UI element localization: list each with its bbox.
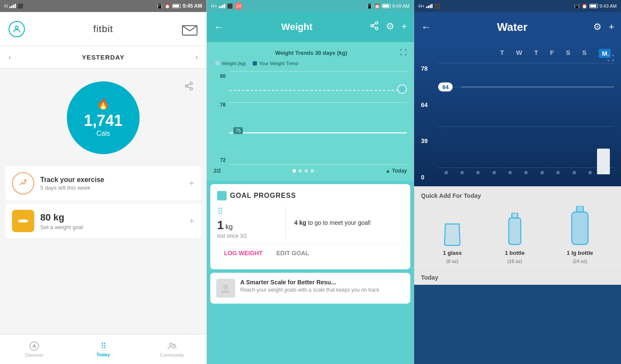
day-t1[interactable]: T bbox=[500, 49, 504, 58]
expand-chart-icon[interactable]: ⛶ bbox=[400, 49, 407, 57]
settings-button-weight[interactable]: ⚙ bbox=[386, 21, 394, 33]
add-exercise-button[interactable]: + bbox=[189, 178, 194, 189]
weight-value: 80 kg bbox=[40, 212, 183, 223]
nav-community[interactable]: Community bbox=[137, 341, 206, 358]
glass-vessel bbox=[442, 221, 463, 247]
article-content: A Smarter Scale for Better Resu... Reach… bbox=[240, 279, 379, 293]
water-gridline-top bbox=[438, 63, 614, 63]
back-button-water[interactable]: ← bbox=[421, 21, 431, 33]
water-plot-area: ⛶ 64 bbox=[438, 63, 614, 183]
chart-legend: Weight (kg) Your Weight Trend bbox=[214, 61, 407, 66]
chart-bottom-bar: 2/2 ▲ Today bbox=[214, 165, 407, 174]
gridline-bot bbox=[229, 164, 407, 165]
lg-bottle-sub: (24 oz) bbox=[573, 259, 587, 264]
water-slider-thumb[interactable]: 64 bbox=[438, 83, 453, 92]
add-button-water[interactable]: + bbox=[609, 21, 614, 33]
water-baseline-dots bbox=[438, 171, 614, 174]
header-fitbit: fitbit bbox=[0, 12, 206, 46]
y-label-76: 76 bbox=[214, 102, 226, 108]
baseline-dot-7 bbox=[540, 171, 544, 174]
baseline-dot-1 bbox=[445, 171, 448, 174]
community-icon bbox=[167, 341, 177, 351]
day-t2[interactable]: T bbox=[534, 49, 538, 58]
y-label-72: 72 bbox=[214, 157, 226, 163]
status3-time: 9:43 AM bbox=[600, 3, 617, 9]
water-gridline-2 bbox=[438, 126, 614, 127]
day-s1[interactable]: S bbox=[566, 49, 570, 58]
alarm-icon: ⏰ bbox=[164, 3, 170, 9]
bottle-label: 1 bottle bbox=[505, 250, 525, 256]
svg-rect-25 bbox=[572, 212, 588, 245]
gridline-mid2 bbox=[229, 133, 407, 134]
article-thumbnail bbox=[216, 279, 235, 298]
svg-point-16 bbox=[371, 24, 373, 27]
add-bottle-button[interactable]: 1 bottle (16 oz) bbox=[505, 213, 525, 264]
chart-dot-3[interactable] bbox=[305, 169, 308, 173]
chart-plot-area: 75 bbox=[229, 71, 407, 165]
svg-rect-10 bbox=[26, 220, 28, 222]
nav-today[interactable]: ⠿ Today bbox=[69, 341, 138, 357]
prev-date-button[interactable]: ‹ bbox=[9, 53, 11, 62]
alarm3-icon: ⏰ bbox=[582, 3, 588, 9]
panel-water: H+ ⬛ 📳 ⏰ 9:43 AM ← Water ⚙ + T W bbox=[414, 0, 621, 364]
goal-lost-value: 1 kg bbox=[217, 218, 277, 232]
goal-lost-since: lost since 3/2 bbox=[217, 233, 277, 239]
share-icon[interactable] bbox=[184, 81, 194, 93]
date-label: YESTERDAY bbox=[82, 54, 124, 61]
chart-end-label: Today bbox=[392, 168, 407, 174]
day-f[interactable]: F bbox=[550, 49, 554, 58]
bottle-icon bbox=[506, 213, 523, 247]
settings-button-water[interactable]: ⚙ bbox=[593, 21, 602, 33]
nav-discover[interactable]: Discover bbox=[0, 341, 69, 358]
baseline-dot-4 bbox=[493, 171, 496, 174]
signal3-icon bbox=[426, 4, 433, 8]
chart-dot-1[interactable] bbox=[293, 169, 296, 173]
share-button-weight[interactable] bbox=[370, 21, 379, 33]
avatar-icon[interactable] bbox=[9, 21, 25, 37]
add-weight-button[interactable]: + bbox=[189, 215, 194, 227]
chart-pagination-dots bbox=[293, 169, 314, 173]
glass-icon bbox=[442, 221, 463, 247]
chart-dot-4[interactable] bbox=[310, 169, 314, 173]
expand-water-chart-icon[interactable]: ⛶ bbox=[607, 54, 614, 62]
next-date-button[interactable]: › bbox=[195, 53, 198, 62]
bottle-sub: (16 oz) bbox=[508, 259, 522, 264]
chart-start-date: 2/2 bbox=[214, 168, 221, 174]
inbox-button[interactable] bbox=[182, 22, 198, 36]
vibrate3-icon: 📳 bbox=[574, 3, 580, 9]
calories-value: 1,741 bbox=[84, 112, 122, 130]
add-button-weight[interactable]: + bbox=[401, 21, 407, 33]
goal-stat-right: 4 kg to go to meet your goal! bbox=[286, 218, 371, 227]
water-days-nav: T W T F S S M bbox=[421, 49, 614, 58]
day-w[interactable]: W bbox=[516, 49, 522, 58]
add-lg-bottle-button[interactable]: 1 lg bottle (24 oz) bbox=[567, 206, 593, 264]
back-button-weight[interactable]: ← bbox=[214, 21, 224, 33]
svg-point-15 bbox=[376, 22, 378, 24]
baseline-dot-5 bbox=[508, 171, 512, 174]
discover-icon bbox=[29, 341, 39, 351]
day-s2[interactable]: S bbox=[582, 49, 586, 58]
discover-label: Discover bbox=[25, 352, 44, 358]
water-chart-plot: 78 64 39 0 ⛶ 64 bbox=[421, 63, 614, 183]
svg-point-13 bbox=[170, 343, 172, 346]
status-time: 9:45 AM bbox=[182, 3, 202, 9]
quick-add-items: 1 glass (8 oz) 1 bottle (16 oz) bbox=[421, 206, 614, 264]
legend-trend: Your Weight Trend bbox=[253, 61, 298, 66]
status-left-icons: H ⬛ bbox=[4, 3, 24, 9]
chart-y-axis: 80 76 72 bbox=[214, 71, 226, 165]
add-glass-button[interactable]: 1 glass (8 oz) bbox=[442, 221, 463, 264]
quick-add-title: Quick Add For Today bbox=[421, 192, 614, 199]
water-slider-value: 64 bbox=[442, 84, 448, 90]
vibrate-icon: 📳 bbox=[157, 3, 163, 9]
chart-dot-2[interactable] bbox=[299, 169, 302, 173]
svg-marker-12 bbox=[33, 344, 36, 347]
log-weight-button[interactable]: LOG WEIGHT bbox=[217, 245, 269, 261]
baseline-dot-10 bbox=[588, 171, 592, 174]
edit-goal-button[interactable]: EDIT GOAL bbox=[269, 245, 316, 261]
header-water: ← Water ⚙ + bbox=[414, 12, 621, 42]
today-section: Today bbox=[414, 270, 621, 285]
weight-marker: 75 bbox=[233, 127, 243, 134]
status-right-icons: 📳 ⏰ 9:45 AM bbox=[157, 3, 202, 9]
status3-left: H+ ⬛ bbox=[418, 3, 440, 9]
goal-lost-unit: kg bbox=[226, 223, 233, 231]
